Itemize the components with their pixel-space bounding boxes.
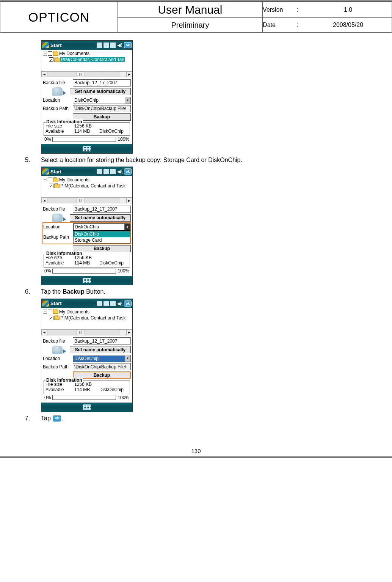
scroll-right-button[interactable]: ► [126,198,132,203]
expand-icon[interactable]: + [43,178,47,182]
ok-button[interactable]: ok [124,42,132,48]
scroll-left-button[interactable]: ◄ [41,71,47,77]
speaker-icon[interactable]: ◀ξ [117,42,122,48]
start-button[interactable]: Start [50,300,62,306]
step-5: 5. Select a location for storing the bac… [23,156,369,164]
disk-info-legend: Disk Information [45,119,83,124]
windows-flag-icon[interactable] [42,168,49,175]
step-text: Select a location for storing the backup… [41,156,369,164]
signal-icon[interactable] [97,301,102,306]
form-area: Backup file Backup_12_17_2007 Set name a… [41,77,132,144]
horizontal-scrollbar[interactable]: ◄ ► [41,71,132,77]
location-combo-open[interactable]: DiskOnChip ▼ [73,223,130,231]
tree-row-pim[interactable]: ✓ PIM(Calendar, Contact and Task [42,183,132,189]
logo-text: OPTICON [28,10,89,24]
logo-cell: OPTICON [0,2,118,33]
battery-icon[interactable] [110,301,116,306]
sync-icon[interactable] [103,301,109,306]
tree-label: PIM(Calendar, Contact and Task [60,183,126,189]
tree-view[interactable]: + My Documents ✓ PIM(Calendar, Contact a… [41,308,132,329]
step-7: 7. Tap ok. [23,414,369,423]
screenshot-1: Start ◀ξ ok + My Documents [41,40,369,154]
sync-icon[interactable] [103,169,109,174]
start-button[interactable]: Start [50,42,62,48]
step-text: Tap ok. [41,414,369,423]
signal-icon[interactable] [97,42,102,48]
checkbox-checked[interactable]: ✓ [49,316,53,320]
checkbox-checked[interactable]: ✓ [49,57,53,62]
keyboard-icon[interactable] [83,278,91,283]
scroll-thumb[interactable] [77,198,85,203]
backup-file-input[interactable]: Backup_12_17_2007 [73,206,131,213]
scroll-gap [120,71,126,77]
backup-file-input[interactable]: Backup_12_17_2007 [73,337,131,344]
horizontal-scrollbar[interactable]: ◄ ► [41,197,132,203]
speaker-icon[interactable]: ◀ξ [117,169,122,174]
available-loc: DiskOnChip [99,129,124,134]
windows-flag-icon[interactable] [42,300,49,307]
scroll-left-button[interactable]: ◄ [41,198,47,203]
checkbox-checked[interactable]: ✓ [49,184,53,188]
set-name-auto-button[interactable]: Set name automatically [70,88,131,95]
combo-option-diskonchip[interactable]: DiskOnChip [74,231,130,237]
chevron-down-icon[interactable]: ▼ [124,224,130,230]
scroll-thumb[interactable] [77,72,85,77]
available-label: Available [45,387,74,392]
location-combo[interactable]: DiskOnChip ▼ [73,97,131,104]
backup-file-label: Backup file [43,206,71,212]
location-dropdown-list[interactable]: DiskOnChip Storage Card [73,231,130,244]
tree-row-pim[interactable]: ✓ PIM(Calendar, Contact and Tas [42,57,132,63]
disk-info-legend: Disk Information [45,251,83,256]
checkbox-unchecked[interactable] [48,178,52,182]
windows-flag-icon[interactable] [42,42,49,48]
sync-icon[interactable] [103,42,109,48]
combo-value: DiskOnChip [73,98,125,103]
wm-window: Start ◀ξ ok + My Documents [41,299,133,412]
backup-path-input[interactable]: \DiskOnChip\Backup File\ [73,105,131,112]
step-number: 5. [23,156,41,164]
speaker-icon[interactable]: ◀ξ [117,301,122,306]
scroll-right-button[interactable]: ► [126,71,132,77]
backup-path-input[interactable]: \DiskOnChip\Backup File\ [73,363,131,370]
keyboard-icon[interactable] [83,146,91,151]
tree-view[interactable]: + My Documents ✓ PIM(Calendar, Contact a… [41,50,132,71]
backup-file-label: Backup file [43,338,71,344]
colon: : [297,22,304,28]
tree-row-mydocs[interactable]: + My Documents [42,50,132,57]
date-cell: Date : 2008/05/20 [263,18,392,33]
location-label: Location [43,356,71,361]
scroll-thumb[interactable] [77,330,85,335]
wm-window: Start ◀ξ ok + My Documents [41,40,133,154]
tree-row-pim[interactable]: ✓ PIM(Calendar, Contact and Task [42,315,132,321]
ok-button[interactable]: ok [124,168,132,175]
tree-label: PIM(Calendar, Contact and Task [60,315,126,321]
checkbox-unchecked[interactable] [48,51,52,56]
ok-button[interactable]: ok [124,300,132,307]
combo-option-storagecard[interactable]: Storage Card [74,237,130,243]
chevron-down-icon[interactable]: ▼ [125,355,130,362]
battery-icon[interactable] [110,169,116,174]
scroll-left-button[interactable]: ◄ [41,330,47,335]
keyboard-icon[interactable] [83,404,91,410]
checkbox-unchecked[interactable] [48,310,52,314]
expand-icon[interactable]: + [43,310,47,314]
tree-row-mydocs[interactable]: + My Documents [42,177,132,183]
tree-view[interactable]: + My Documents ✓ PIM(Calendar, Contact a… [41,176,132,197]
location-label: Location [43,224,72,230]
progress-bar [52,269,116,274]
chevron-down-icon[interactable]: ▼ [125,97,130,104]
folder-icon [54,316,60,320]
backup-file-input[interactable]: Backup_12_17_2007 [73,79,131,87]
set-name-auto-button[interactable]: Set name automatically [70,346,131,353]
horizontal-scrollbar[interactable]: ◄ ► [41,329,132,335]
expand-icon[interactable]: + [43,52,47,56]
battery-icon[interactable] [110,42,116,48]
wm-titlebar: Start ◀ξ ok [41,299,132,308]
start-button[interactable]: Start [50,169,62,175]
tree-row-mydocs[interactable]: + My Documents [42,309,132,315]
set-name-auto-button[interactable]: Set name automatically [70,214,131,222]
date-value: 2008/05/20 [304,22,392,28]
location-combo[interactable]: DiskOnChip ▼ [73,355,131,362]
signal-icon[interactable] [97,169,102,174]
scroll-right-button[interactable]: ► [126,330,132,335]
